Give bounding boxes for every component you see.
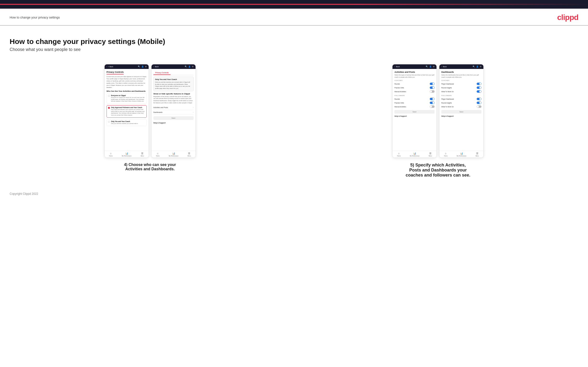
nav-home-2[interactable]: ⌂ Home [156, 152, 160, 157]
nav-menu-1[interactable]: ☰ Menu [141, 152, 144, 157]
manual-toggle-followers[interactable] [430, 105, 435, 108]
round-insights-toggle-coaches[interactable] [477, 86, 482, 89]
radio-option-1[interactable]: Everyone on Clippd Everyone on Clippd ca… [106, 93, 147, 104]
nav-performance-1[interactable]: 📊 My Performance [122, 152, 131, 157]
followers-label-4: FOLLOWERS [441, 95, 482, 96]
settings-icon[interactable]: ⚙ [145, 66, 147, 68]
what-to-work-toggle-followers[interactable] [477, 105, 482, 108]
radio-circle-1 [108, 95, 110, 97]
drills-toggle-followers[interactable] [430, 102, 435, 104]
menu-icon-2: ☰ [188, 152, 190, 155]
person-icon[interactable]: 👤 [141, 66, 144, 68]
privacy-tab[interactable]: Privacy Controls [153, 71, 171, 75]
chart-icon-3: 📊 [413, 152, 416, 155]
settings-icon-4[interactable]: ⚙ [480, 66, 482, 68]
toggle-rounds-followers: Rounds [394, 97, 435, 101]
radio-option-3[interactable]: Only You and Your Coach Only you and the… [106, 119, 147, 126]
nav-menu-2[interactable]: ☰ Menu [188, 152, 191, 157]
coaches-label-3: COACHES [394, 80, 435, 81]
phone-pair-right: ‹ Back 🔍 👤 ⚙ Activities and Posts Select… [392, 64, 484, 158]
section-left: ‹ < Back 🔍 👤 ⚙ Privacy Controls Control … [10, 64, 291, 171]
who-can-see-title: Who Can See Your Activities and Dashboar… [106, 90, 147, 92]
chart-icon-4: 📊 [460, 152, 463, 155]
nav-menu-3[interactable]: ☰ Menu [429, 152, 432, 157]
bottom-nav-1: ⌂ Home 📊 My Performance ☰ Menu [105, 150, 149, 158]
save-button-2[interactable]: Save [153, 116, 194, 120]
manual-label-coaches: Manual Activities [394, 91, 406, 92]
round-insights-label-followers: Round Insights [441, 102, 452, 104]
player-dashboard-toggle-coaches[interactable] [477, 83, 482, 85]
round-insights-toggle-followers[interactable] [477, 102, 482, 104]
manual-toggle-coaches[interactable] [430, 90, 435, 93]
screen3-content: Activities and Posts Select the types of… [392, 69, 436, 150]
person-icon-4[interactable]: 👤 [476, 66, 479, 68]
phone-screen-2: ‹ Back 🔍 👤 ⚙ Privacy Controls [151, 64, 196, 158]
save-button-3[interactable]: Save [394, 110, 435, 114]
help-support-4: Help & Support [441, 115, 482, 118]
menu-icon-3: ☰ [429, 152, 432, 155]
rounds-label-coaches: Rounds [394, 83, 400, 85]
activities-posts-arrow: › [193, 106, 194, 108]
settings-icon-3[interactable]: ⚙ [433, 66, 435, 68]
radio-circle-3 [108, 121, 110, 123]
what-to-work-label-followers: What To Work On [441, 106, 454, 108]
what-to-work-toggle-coaches[interactable] [477, 90, 482, 93]
nav-home-1[interactable]: ⌂ Home [109, 152, 113, 157]
drills-label-coaches: Practice Drills [394, 87, 404, 89]
person-icon-2[interactable]: 👤 [188, 66, 191, 68]
phone-pair-left: ‹ < Back 🔍 👤 ⚙ Privacy Controls Control … [104, 64, 196, 158]
coaches-label-4: COACHES [441, 80, 482, 81]
nav-icons-1: 🔍 👤 ⚙ [138, 66, 147, 68]
settings-icon-2[interactable]: ⚙ [192, 66, 194, 68]
toggle-what-to-work-followers: What To Work On [441, 105, 482, 108]
drills-toggle-coaches[interactable] [430, 86, 435, 89]
screenshots-row: ‹ < Back 🔍 👤 ⚙ Privacy Controls Control … [10, 64, 578, 178]
back-button-3[interactable]: ‹ Back [394, 66, 400, 67]
back-button-2[interactable]: ‹ Back [153, 66, 159, 67]
activities-posts-item[interactable]: Activities and Posts › [153, 105, 194, 110]
logo: clippd [557, 13, 578, 22]
back-button-1[interactable]: ‹ < Back [106, 66, 113, 67]
search-icon-4[interactable]: 🔍 [473, 66, 475, 68]
nav-performance-3[interactable]: 📊 My Performance [410, 152, 419, 157]
rounds-toggle-followers[interactable] [430, 98, 435, 100]
search-icon[interactable]: 🔍 [138, 66, 140, 68]
chart-icon-2: 📊 [172, 152, 175, 155]
player-dashboard-toggle-followers[interactable] [477, 98, 482, 100]
person-icon-3[interactable]: 👤 [429, 66, 432, 68]
toggle-rounds-coaches: Rounds [394, 82, 435, 86]
nav-icons-3: 🔍 👤 ⚙ [426, 66, 435, 68]
bottom-nav-3: ⌂ Home 📊 My Performance ☰ Menu [392, 150, 436, 158]
nav-home-4[interactable]: ⌂ Home [444, 152, 448, 157]
rounds-label-followers: Rounds [394, 98, 400, 100]
phone-screen-3: ‹ Back 🔍 👤 ⚙ Activities and Posts Select… [392, 64, 437, 158]
manual-label-followers: Manual Activities [394, 106, 406, 108]
rounds-toggle-coaches[interactable] [430, 83, 435, 85]
radio-option-2[interactable]: Only Approved Followers and Your Coach O… [106, 105, 147, 118]
info-box-title: Only You and Your Coach [155, 78, 192, 80]
radio-desc-2: Only approved followers and coaches you … [111, 109, 145, 116]
header: How to change your privacy settings clip… [0, 9, 588, 25]
phone-screen-4: ‹ Back 🔍 👤 ⚙ Dashboards Select the dashb… [439, 64, 484, 158]
body-text-1: Control how you and your data appears to… [106, 76, 147, 89]
back-button-4[interactable]: ‹ Back [441, 66, 447, 67]
phone-nav-4: ‹ Back 🔍 👤 ⚙ [439, 64, 483, 69]
player-dashboard-label-followers: Player Dashboard [441, 98, 454, 100]
what-to-work-label-coaches: What To Work On [441, 91, 454, 92]
radio-circle-2 [108, 107, 110, 109]
help-support-2: Help & Support [153, 122, 194, 125]
search-icon-3[interactable]: 🔍 [426, 66, 428, 68]
toggle-drills-coaches: Practice Drills [394, 86, 435, 90]
nav-home-3[interactable]: ⌂ Home [397, 152, 401, 157]
search-icon-2[interactable]: 🔍 [185, 66, 187, 68]
save-button-4[interactable]: Save [441, 110, 482, 114]
nav-menu-4[interactable]: ☰ Menu [476, 152, 479, 157]
nav-performance-2[interactable]: 📊 My Performance [169, 152, 178, 157]
home-icon-3: ⌂ [398, 152, 400, 155]
nav-performance-4[interactable]: 📊 My Performance [457, 152, 466, 157]
nav-icons-2: 🔍 👤 ⚙ [185, 66, 194, 68]
dashboards-item[interactable]: Dashboards › [153, 110, 194, 115]
bottom-nav-2: ⌂ Home 📊 My Performance ☰ Menu [152, 150, 196, 158]
toggle-manual-coaches: Manual Activities [394, 90, 435, 93]
nav-icons-4: 🔍 👤 ⚙ [473, 66, 482, 68]
